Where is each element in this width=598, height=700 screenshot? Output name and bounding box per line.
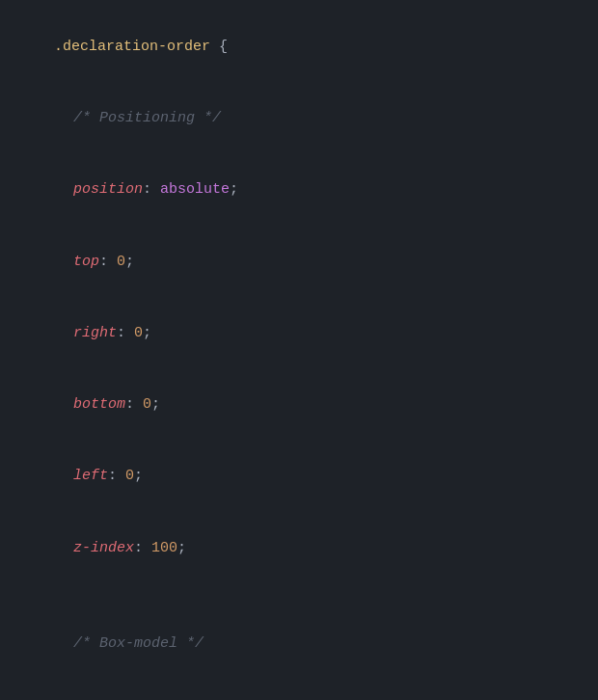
decl-left: left: 0; bbox=[19, 442, 598, 513]
selector-line: .declaration-order { bbox=[19, 12, 598, 83]
decl-position: position: absolute; bbox=[19, 155, 598, 227]
decl-display: display: block; bbox=[19, 680, 598, 700]
comment-boxmodel: /* Box-model */ bbox=[19, 608, 598, 680]
decl-bottom: bottom: 0; bbox=[19, 369, 598, 441]
comment-positioning: /* Positioning */ bbox=[19, 83, 598, 154]
open-brace: { bbox=[210, 39, 228, 55]
code-block: .declaration-order { /* Positioning */ p… bbox=[19, 12, 598, 700]
decl-top: top: 0; bbox=[19, 227, 598, 298]
blank-1 bbox=[19, 584, 598, 608]
selector: .declaration-order bbox=[54, 39, 210, 55]
decl-z-index: z-index: 100; bbox=[19, 513, 598, 584]
decl-right: right: 0; bbox=[19, 298, 598, 369]
